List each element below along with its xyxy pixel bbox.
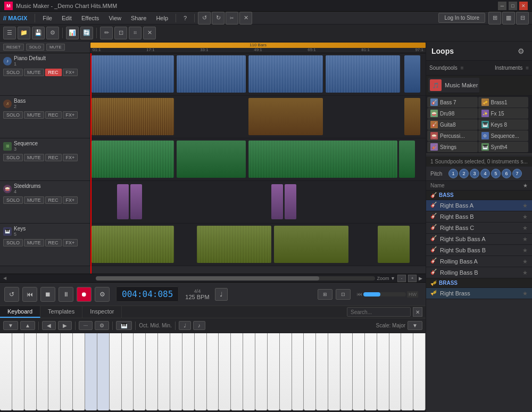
inst-fx15[interactable]: ✨ Fx 15 [478,108,529,119]
loops-gear-btn[interactable]: ⚙ [515,45,527,57]
transport-loop[interactable]: ↺ [4,287,19,302]
track-3-rec[interactable]: REC [45,154,62,161]
clip-keys-4[interactable] [378,226,410,263]
track-5-mute[interactable]: MUTE [24,239,44,246]
tab-inspector[interactable]: Inspector [82,306,122,318]
horizontal-scrollbar[interactable] [96,276,375,281]
sound-star-rbc[interactable]: ★ [522,225,528,232]
header-mute[interactable]: MUTE [46,44,65,51]
toolbar-select[interactable]: ⊡ [114,27,127,39]
reset-button[interactable]: RESET [3,44,24,51]
inst-strings[interactable]: 🎻 Strings [427,142,478,152]
metronome-btn[interactable]: ♩ [215,288,228,301]
sound-rolling-bass-a[interactable]: 🎸 Rolling Bass A ★ [426,256,532,267]
track-3-fx[interactable]: FX+ [63,154,78,161]
kb-btn-note1[interactable]: ♩ [179,321,191,330]
toolbar-btn5[interactable]: 📊 [66,27,79,39]
menu-help[interactable]: Help [152,14,172,22]
progress-bar[interactable] [363,292,406,296]
maximize-button[interactable]: □ [509,2,517,10]
sound-star-rolb[interactable]: ★ [522,269,528,276]
track-4-mute[interactable]: MUTE [24,196,44,204]
kb-btn-note2[interactable]: ♪ [193,321,205,330]
zoom-out-btn[interactable]: - [397,275,406,282]
search-clear[interactable]: ✕ [413,307,422,317]
track-5-content[interactable] [90,224,426,266]
pitch-btn-6[interactable]: 6 [502,169,511,178]
white-key-f4[interactable] [292,333,304,410]
white-key-a4[interactable] [316,333,328,410]
clip-seq-4[interactable] [399,141,415,178]
view-btn2[interactable]: ▦ [502,12,515,24]
sound-right-bass-b[interactable]: 🎸 Right Bass B ★ [426,211,532,223]
toolbar-btn3[interactable]: 💾 [32,27,45,39]
track-2-content[interactable] [90,96,426,138]
track-4-rec[interactable]: REC [45,196,62,204]
track-2-mute[interactable]: MUTE [24,111,44,119]
sound-rolling-bass-b[interactable]: 🎸 Rolling Bass B ★ [426,267,532,278]
inst-guita8[interactable]: 🎸 Guita8 [427,119,478,130]
toolbar-btn2[interactable]: 📁 [18,27,30,39]
white-key-c4[interactable] [255,333,268,410]
white-key-f5[interactable] [377,333,389,410]
clip-piano-5[interactable] [404,55,420,93]
clip-steel-3[interactable] [271,184,283,219]
search-input[interactable] [347,307,411,317]
white-key-c3[interactable] [170,333,182,410]
white-key-g[interactable] [48,333,61,410]
track-5-fx[interactable]: FX+ [63,239,78,246]
toolbar-btn1[interactable]: ☰ [3,27,16,39]
toolbar-btn6[interactable]: 🔄 [80,27,93,39]
sound-star-rsba[interactable]: ★ [522,236,528,243]
kb-btn-left[interactable]: ◀ [42,321,56,330]
clip-steel-4[interactable] [285,184,296,219]
white-key-e5[interactable] [365,333,377,410]
white-key-b4[interactable] [328,333,340,410]
clip-bass-1[interactable] [92,98,174,135]
clip-piano-1[interactable] [92,55,174,93]
white-key-d2[interactable] [97,333,110,410]
white-key-b3[interactable] [243,333,255,410]
inst-synth4[interactable]: 🎹 Synth4 [478,142,529,152]
white-key-a3[interactable] [231,333,243,410]
clip-seq-1[interactable] [92,141,174,178]
cut-button[interactable]: ✂ [226,12,238,24]
white-key-e2[interactable] [110,333,122,410]
clip-steel-2[interactable] [130,184,142,219]
timeline-ruler[interactable]: 110 Bars 01:1 17:1 33:1 49:1 65:1 81:1 9… [90,42,426,53]
track-1-fx[interactable]: FX+ [63,69,78,76]
kb-btn-down[interactable]: ▼ [3,321,18,330]
view-btn1[interactable]: ⊞ [488,12,501,24]
white-key-g3[interactable] [219,333,231,410]
pitch-btn-2[interactable]: 2 [459,169,469,178]
white-key-g5[interactable] [389,333,402,410]
toolbar-draw[interactable]: ✏ [100,27,113,39]
white-key-c5[interactable] [340,333,353,410]
sound-star-rsbb[interactable]: ★ [522,247,528,254]
scissors-button[interactable]: ✕ [239,12,252,24]
inst-brass1[interactable]: 🎺 Brass1 [478,97,529,108]
transport-pause[interactable]: ⏸ [59,287,73,302]
track-3-mute[interactable]: MUTE [24,154,44,161]
minimize-button[interactable]: ─ [498,2,506,10]
menu-edit[interactable]: Edit [57,14,76,22]
pitch-btn-3[interactable]: 3 [470,169,479,178]
clip-piano-2[interactable] [177,55,246,93]
sound-right-sub-bass-b[interactable]: 🎸 Right Sub Bass B ★ [426,245,532,256]
skip-back[interactable]: ⏮ [357,291,362,297]
kb-btn-menu[interactable]: ··· [79,321,93,330]
zoom-in-btn[interactable]: + [408,275,417,282]
white-key-g4[interactable] [304,333,316,410]
transport-extra2[interactable]: ⊡ [336,289,351,300]
tab-keyboard[interactable]: Keyboard [0,306,40,318]
view-btn3[interactable]: ⊟ [516,12,529,24]
header-solo[interactable]: SOLO [26,44,44,51]
clip-seq-3[interactable] [248,141,397,178]
redo-button[interactable]: ↻ [212,12,225,24]
sound-right-bass-c[interactable]: 🎸 Right Bass C ★ [426,223,532,234]
kb-btn-right[interactable]: ▶ [58,321,72,330]
white-key-c[interactable] [0,333,12,410]
transport-stop[interactable]: ⏹ [40,287,55,302]
clip-steel-1[interactable] [117,184,129,219]
sound-star-rbb[interactable]: ★ [522,213,528,220]
